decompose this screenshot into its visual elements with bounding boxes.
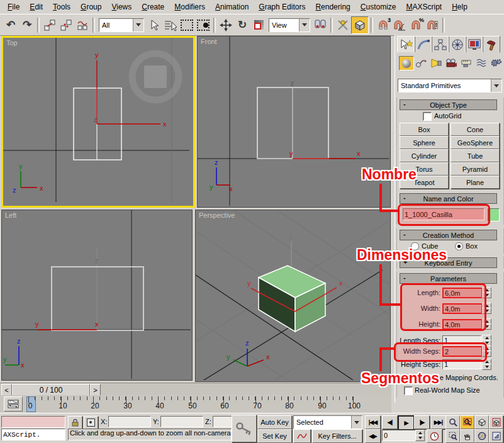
parameters-header[interactable]: - Parameters: [400, 273, 497, 284]
rect-selection-region-icon[interactable]: [179, 17, 195, 33]
menu-tools[interactable]: Tools: [48, 1, 76, 13]
menu-create[interactable]: Create: [137, 1, 169, 13]
select-link-icon[interactable]: [42, 17, 58, 33]
length-segs-input[interactable]: [442, 335, 481, 345]
geosphere-button[interactable]: GeoSphere: [451, 136, 500, 149]
viewport-front[interactable]: Front y x z z y x: [197, 36, 391, 208]
primitives-dropdown[interactable]: Standard Primitives: [398, 79, 502, 93]
zoom-extents-icon[interactable]: [474, 415, 489, 429]
pyramid-button[interactable]: Pyramid: [451, 162, 500, 176]
zoom-icon[interactable]: [445, 415, 460, 429]
select-manipulate-icon[interactable]: [335, 17, 351, 33]
z-coord-input[interactable]: [213, 416, 233, 427]
viewport-top-label[interactable]: Top: [6, 39, 18, 47]
category-geometry[interactable]: [399, 56, 414, 70]
x-coord-input[interactable]: [108, 416, 151, 427]
viewport-front-label[interactable]: Front: [201, 38, 217, 45]
category-helpers[interactable]: [459, 56, 473, 69]
default-in-out-tangents-icon[interactable]: [293, 429, 311, 443]
zoom-all-icon[interactable]: [460, 415, 474, 429]
play-icon[interactable]: ▶: [398, 415, 415, 430]
category-spacewarps[interactable]: [474, 56, 488, 69]
track-bar[interactable]: 0 10 20 30 40 50 60 70 80 90 100: [0, 395, 391, 413]
pan-icon[interactable]: [460, 429, 474, 443]
category-shapes[interactable]: [414, 56, 428, 69]
tab-display[interactable]: [465, 36, 483, 53]
set-key-button[interactable]: Set Key: [257, 429, 292, 443]
length-input[interactable]: [442, 288, 483, 298]
bind-spacewarp-icon[interactable]: [74, 17, 91, 33]
select-rotate-icon[interactable]: ↻: [234, 17, 250, 33]
cone-button[interactable]: Cone: [451, 123, 500, 136]
tab-modify[interactable]: [414, 36, 432, 53]
selection-lock-icon[interactable]: [68, 416, 82, 429]
width-input[interactable]: [442, 303, 483, 314]
plane-button[interactable]: Plane: [451, 176, 500, 189]
viewport-top[interactable]: Top y x z y x z: [1, 36, 195, 208]
height-input[interactable]: [442, 319, 483, 330]
time-slider-prev[interactable]: <: [1, 384, 12, 396]
maxscript-listener-field[interactable]: [1, 429, 65, 440]
sphere-button[interactable]: Sphere: [400, 136, 449, 149]
box-radio[interactable]: [455, 242, 463, 250]
tab-create[interactable]: [397, 36, 415, 53]
menu-group[interactable]: Group: [76, 1, 106, 13]
select-object-icon[interactable]: [146, 17, 162, 33]
menu-maxscript[interactable]: MAXScript: [401, 1, 447, 13]
dropdown-arrow-icon[interactable]: [133, 19, 143, 31]
width-segs-input[interactable]: [442, 346, 483, 357]
dropdown-arrow-icon[interactable]: [351, 416, 362, 429]
percent-snap-icon[interactable]: %: [408, 17, 424, 33]
name-color-header[interactable]: - Name and Color: [400, 193, 497, 204]
height-spinner[interactable]: [482, 318, 490, 328]
window-crossing-icon[interactable]: [195, 17, 211, 33]
menu-rendering[interactable]: Rendering: [310, 1, 355, 13]
y-coord-input[interactable]: [160, 416, 203, 427]
length-spinner[interactable]: [482, 287, 490, 297]
viewport-perspective[interactable]: Perspective z y x z y x: [195, 210, 391, 382]
select-by-name-icon[interactable]: [162, 17, 179, 33]
key-mode-icon[interactable]: ◀▶: [365, 429, 381, 443]
use-pivot-center-icon[interactable]: [312, 17, 328, 33]
tab-hierarchy[interactable]: [431, 36, 449, 53]
select-move-icon[interactable]: [218, 17, 234, 33]
torus-button[interactable]: Torus: [400, 162, 449, 176]
snap-toggle-3d-icon[interactable]: 3: [375, 17, 391, 33]
reference-coord-dropdown[interactable]: View: [269, 18, 310, 32]
menu-file[interactable]: File: [3, 1, 25, 13]
absolute-mode-icon[interactable]: [84, 416, 98, 429]
time-configuration-icon[interactable]: [427, 429, 442, 443]
spinner-snap-icon[interactable]: [424, 17, 440, 33]
keyboard-override-icon[interactable]: [351, 16, 369, 34]
autogrid-checkbox[interactable]: [423, 112, 432, 121]
cylinder-button[interactable]: Cylinder: [400, 149, 449, 162]
select-scale-icon[interactable]: [250, 17, 267, 33]
object-type-header[interactable]: - Object Type: [400, 99, 497, 110]
generate-mapping-checkbox[interactable]: [404, 374, 413, 383]
width-spinner[interactable]: [482, 303, 490, 313]
frame-spinner[interactable]: [415, 430, 423, 440]
category-cameras[interactable]: [444, 56, 458, 69]
height-segs-spinner[interactable]: [482, 359, 490, 369]
tab-utilities[interactable]: [482, 36, 500, 53]
undo-icon[interactable]: ↶: [3, 17, 19, 33]
macro-recorder-field[interactable]: [1, 416, 65, 428]
auto-key-button[interactable]: Auto Key: [257, 415, 292, 429]
key-filters-button[interactable]: Key Filters...: [312, 429, 362, 443]
viewport-left-label[interactable]: Left: [5, 211, 16, 219]
time-slider[interactable]: 0 / 100: [12, 384, 90, 396]
arc-rotate-icon[interactable]: [474, 429, 489, 443]
category-systems[interactable]: [490, 56, 503, 69]
next-frame-icon[interactable]: |▶: [414, 415, 430, 429]
unlink-icon[interactable]: [58, 17, 74, 33]
menu-graph-editors[interactable]: Graph Editors: [254, 1, 310, 13]
goto-start-icon[interactable]: |◀◀: [365, 415, 381, 429]
time-slider-next[interactable]: >: [90, 384, 101, 396]
real-world-checkbox[interactable]: [404, 386, 413, 395]
dropdown-arrow-icon[interactable]: [491, 79, 501, 92]
angle-snap-icon[interactable]: [391, 17, 408, 33]
width-segs-spinner[interactable]: [482, 345, 490, 356]
tab-motion[interactable]: [448, 36, 466, 53]
set-keys-key-button[interactable]: [232, 415, 257, 442]
viewport-perspective-label[interactable]: Perspective: [199, 211, 235, 219]
